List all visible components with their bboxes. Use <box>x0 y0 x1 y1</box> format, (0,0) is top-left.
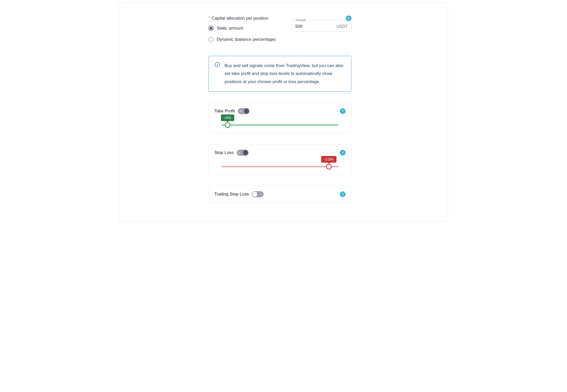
radio-static-label: Static amount <box>217 26 243 31</box>
take-profit-tooltip: +5% <box>221 114 234 121</box>
amount-input[interactable] <box>295 24 321 29</box>
stop-loss-slider[interactable]: -2.5% <box>214 166 346 167</box>
stop-loss-toggle[interactable]: ✓ <box>237 150 249 156</box>
capital-title-row: * Capital allocation per position <box>208 16 268 21</box>
check-icon: ✓ <box>239 110 242 113</box>
amount-field[interactable]: Amount USDT <box>291 20 351 32</box>
toggle-knob <box>243 150 248 155</box>
trailing-toggle[interactable]: – <box>252 191 264 197</box>
toggle-knob <box>244 109 249 114</box>
info-box: i Buy and sell signals come from Trading… <box>208 56 351 92</box>
stop-loss-tooltip: -2.5% <box>321 156 337 163</box>
amount-currency: USDT <box>336 24 348 29</box>
radio-static[interactable] <box>208 26 214 31</box>
stop-loss-title: Stop Loss <box>214 150 234 155</box>
settings-card: * Capital allocation per position ? Stat… <box>119 3 448 222</box>
trailing-title: Trailing Stop Loss <box>214 192 249 197</box>
take-profit-slider[interactable]: +5% <box>214 124 346 126</box>
dash-icon: – <box>260 192 262 196</box>
take-profit-title: Take Profit <box>214 109 235 114</box>
info-text: Buy and sell signals come from TradingVi… <box>225 62 345 86</box>
trailing-card: Trailing Stop Loss – ? <box>208 186 351 203</box>
radio-dynamic[interactable] <box>208 37 214 42</box>
amount-label: Amount <box>294 18 307 22</box>
required-asterisk: * <box>208 16 210 21</box>
check-icon: ✓ <box>238 151 241 154</box>
info-icon: i <box>215 62 220 67</box>
take-profit-card: Take Profit ✓ ? +5% <box>208 103 351 133</box>
radio-dynamic-row[interactable]: Dynamic (balance percentage) <box>208 37 284 42</box>
stop-loss-handle[interactable] <box>326 164 332 169</box>
help-icon[interactable]: ? <box>340 108 346 114</box>
capital-title: Capital allocation per position <box>212 16 268 21</box>
take-profit-toggle[interactable]: ✓ <box>238 108 250 114</box>
radio-static-row[interactable]: Static amount <box>208 26 284 31</box>
help-icon[interactable]: ? <box>340 191 346 197</box>
radio-dynamic-label: Dynamic (balance percentage) <box>217 37 276 42</box>
take-profit-handle[interactable] <box>225 122 230 128</box>
stop-loss-card: Stop Loss ✓ ? -2.5% <box>208 144 351 175</box>
help-icon[interactable]: ? <box>340 150 346 155</box>
toggle-knob <box>252 192 257 197</box>
